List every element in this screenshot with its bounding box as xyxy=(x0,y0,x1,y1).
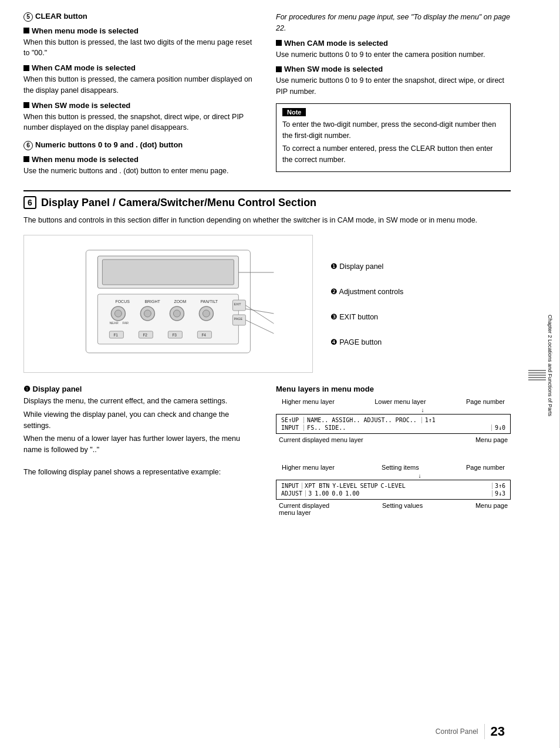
section5-sub1-heading: When menu mode is selected xyxy=(23,26,258,35)
svg-line-31 xyxy=(245,309,274,314)
menu-display-box-1: SE↑UP NAME.. ASSIGH.. ADJUST.. PROC.. 1↑… xyxy=(276,414,511,434)
svg-point-15 xyxy=(203,310,210,317)
note-box: Note To enter the two-digit number, pres… xyxy=(276,103,511,172)
bullet-icon xyxy=(23,28,29,33)
bullet-icon xyxy=(23,65,29,71)
sidebar-text: Chapter 2 Locations and Functions of Par… xyxy=(546,314,553,416)
note-text2: To correct a number entered, press the C… xyxy=(282,143,504,166)
menu-d1-r2-a: INPUT xyxy=(281,424,299,431)
right-sw-text: Use numeric buttons 0 to 9 to enter the … xyxy=(276,75,511,97)
right-italic-text: For procedures for menu page input, see … xyxy=(276,12,511,34)
bullet-icon xyxy=(23,156,29,162)
section6-number: 6 xyxy=(23,141,33,150)
menu-d1-r1-a: SE↑UP xyxy=(281,417,299,423)
section6-sub1-text: Use the numeric buttons and . (dot) butt… xyxy=(23,166,258,177)
big-section-title-text: Display Panel / Camera/Switcher/Menu Con… xyxy=(41,197,316,209)
bottom-left: ❶ Display panel Displays the menu, the c… xyxy=(23,385,258,528)
svg-text:EXIT: EXIT xyxy=(234,302,241,306)
menu-d2-r2-d: 0.0 xyxy=(332,490,342,497)
menu-d2-r1-e: C-LEVEL xyxy=(381,483,406,489)
menu-d2-r2-c: 1.00 xyxy=(315,490,329,497)
menu-d2-r1-d: SETUP xyxy=(360,483,377,489)
menu-d2-label-bottom-left: Current displayedmenu layer xyxy=(279,502,329,516)
menu-d2-label-top-2: Setting items xyxy=(382,464,419,471)
menu-d2-r1-f: 3↑6 xyxy=(492,483,505,489)
section5-sub2-heading: When CAM mode is selected xyxy=(23,63,258,72)
menu-d1-r1-f: 1↑1 xyxy=(421,417,436,423)
bottom-section: ❶ Display panel Displays the menu, the c… xyxy=(23,385,511,528)
svg-text:PAGE: PAGE xyxy=(234,317,242,321)
svg-text:BRIGHT: BRIGHT xyxy=(144,299,160,304)
section6-heading: 6 Numeric buttons 0 to 9 and . (dot) but… xyxy=(23,140,258,150)
right-cam-heading: When CAM mode is selected xyxy=(276,39,511,48)
svg-text:FAR: FAR xyxy=(122,321,129,325)
menu-d1-label-top-1: Higher menu layer xyxy=(282,398,335,405)
menu-d2-label-top-3: Page number xyxy=(466,464,505,471)
footer-right: Control Panel 23 xyxy=(436,724,505,739)
section5-number: 5 xyxy=(23,12,33,22)
device-svg: FOCUS BRIGHT ZOOM PAN/TILT xyxy=(33,244,303,362)
menu-diagram-2: Higher menu layer Setting items Page num… xyxy=(276,464,511,516)
menu-d1-label-top-3: Page number xyxy=(466,398,505,405)
display-panel-heading: ❶ Display panel xyxy=(23,385,258,393)
footer-section-title: Control Panel xyxy=(436,727,478,736)
svg-point-9 xyxy=(114,310,122,317)
big-section-title: 6 Display Panel / Camera/Switcher/Menu C… xyxy=(23,196,511,209)
svg-rect-2 xyxy=(102,260,234,285)
display-panel-text4: The following display panel shows a repr… xyxy=(23,467,258,478)
svg-point-13 xyxy=(173,310,180,317)
menu-display-box-2: INPUT XPT BTN Y-LEVEL SETUP C-LEVEL 3↑6 … xyxy=(276,480,511,500)
svg-text:F1: F1 xyxy=(113,333,118,337)
svg-text:FOCUS: FOCUS xyxy=(115,299,130,304)
diagram-label-1: ❶ Display panel xyxy=(330,262,511,271)
diagram-label-3: ❸ EXIT button xyxy=(330,312,511,321)
page-footer: Control Panel 23 xyxy=(0,724,528,739)
bottom-right: Menu layers in menu mode Higher menu lay… xyxy=(276,385,511,528)
diagram-labels: ❶ Display panel ❷ Adjustment controls ❸ … xyxy=(325,235,511,373)
section5-sub3-heading: When SW mode is selected xyxy=(23,101,258,110)
menu-diagram-1: Higher menu layer Lower menu layer Page … xyxy=(276,398,511,443)
diagram-label-2: ❷ Adjustment controls xyxy=(330,287,511,296)
section6-title: Numeric buttons 0 to 9 and . (dot) butto… xyxy=(35,140,183,149)
footer-page-number: 23 xyxy=(484,724,505,739)
svg-point-11 xyxy=(144,310,151,317)
display-panel-text3: When the menu of a lower layer has furth… xyxy=(23,433,258,456)
display-panel-title: ❶ Display panel xyxy=(23,385,82,393)
menu-d2-label-top-1: Higher menu layer xyxy=(282,464,335,471)
svg-text:F2: F2 xyxy=(143,333,147,337)
bullet-icon xyxy=(276,40,282,46)
right-cam-text: Use numeric buttons 0 to 9 to enter the … xyxy=(276,49,511,60)
svg-text:ZOOM: ZOOM xyxy=(174,299,186,304)
menu-d1-label-bottom-right: Menu page xyxy=(475,436,508,443)
svg-line-33 xyxy=(245,320,274,333)
menu-d2-label-bottom-right: Menu page xyxy=(475,502,508,516)
big-section-intro: The buttons and controls in this section… xyxy=(23,215,511,226)
section5-title: CLEAR button xyxy=(35,12,87,21)
menu-d2-r2-f: 9↓3 xyxy=(492,490,505,497)
menu-d2-r1-c: Y-LEVEL xyxy=(332,483,357,489)
display-panel-text2: While viewing the display panel, you can… xyxy=(23,409,258,432)
device-diagram: FOCUS BRIGHT ZOOM PAN/TILT xyxy=(23,235,313,373)
svg-text:F3: F3 xyxy=(172,333,177,337)
diagram-label-4: ❹ PAGE button xyxy=(330,338,511,346)
menu-layers-title: Menu layers in menu mode xyxy=(276,385,511,393)
right-sw-heading: When SW mode is selected xyxy=(276,65,511,73)
section6-sub1-heading: When menu mode is selected xyxy=(23,155,258,164)
section5-sub2-text: When this button is pressed, the camera … xyxy=(23,74,258,96)
menu-d2-r2-e: 1.00 xyxy=(345,490,359,497)
diagram-section: FOCUS BRIGHT ZOOM PAN/TILT xyxy=(23,235,511,373)
section5-sub3-text: When this button is pressed, the snapsho… xyxy=(23,112,258,134)
menu-d2-r1-a: INPUT xyxy=(281,483,299,489)
menu-d2-label-bottom-center: Setting values xyxy=(382,502,423,516)
bullet-icon xyxy=(23,102,29,108)
big-section-6: 6 Display Panel / Camera/Switcher/Menu C… xyxy=(23,190,511,226)
menu-d1-r2-f: 9↓0 xyxy=(491,424,505,431)
big-section-number: 6 xyxy=(23,196,36,209)
right-column: For procedures for menu page input, see … xyxy=(276,12,511,178)
svg-text:NEAR: NEAR xyxy=(109,321,118,325)
display-panel-text1: Displays the menu, the current effect, a… xyxy=(23,396,258,407)
svg-text:F4: F4 xyxy=(201,333,206,337)
menu-d2-r2-b: 3 xyxy=(305,490,312,497)
svg-text:PAN/TILT: PAN/TILT xyxy=(200,299,218,304)
menu-d1-label-top-2: Lower menu layer xyxy=(375,398,426,405)
